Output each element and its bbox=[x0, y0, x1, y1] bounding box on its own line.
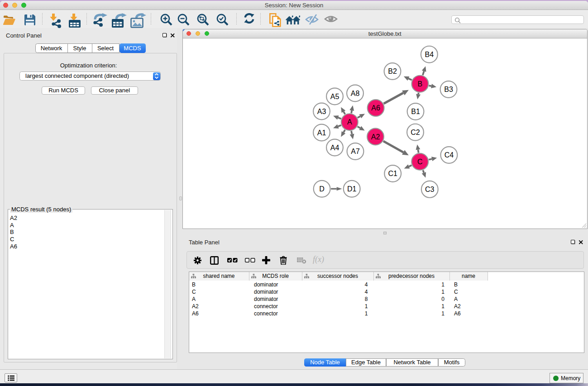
svg-text:A4: A4 bbox=[330, 143, 339, 151]
svg-text:C: C bbox=[417, 158, 423, 166]
svg-text:B3: B3 bbox=[444, 86, 453, 93]
svg-text:B: B bbox=[418, 80, 423, 87]
svg-text:A: A bbox=[347, 118, 352, 126]
svg-text:C2: C2 bbox=[411, 128, 420, 136]
svg-text:D1: D1 bbox=[347, 185, 357, 193]
svg-text:B1: B1 bbox=[411, 108, 420, 115]
svg-text:A6: A6 bbox=[371, 104, 380, 112]
svg-text:D: D bbox=[319, 185, 325, 193]
svg-text:A2: A2 bbox=[371, 133, 380, 140]
svg-text:B4: B4 bbox=[425, 50, 434, 58]
svg-text:A7: A7 bbox=[351, 148, 360, 155]
svg-text:A8: A8 bbox=[351, 89, 360, 97]
svg-text:A3: A3 bbox=[317, 107, 326, 115]
svg-text:C3: C3 bbox=[425, 186, 435, 193]
svg-text:A5: A5 bbox=[330, 92, 339, 100]
svg-text:A1: A1 bbox=[317, 129, 326, 136]
svg-text:C1: C1 bbox=[388, 170, 397, 177]
svg-text:B2: B2 bbox=[388, 67, 397, 75]
svg-text:C4: C4 bbox=[445, 151, 454, 159]
